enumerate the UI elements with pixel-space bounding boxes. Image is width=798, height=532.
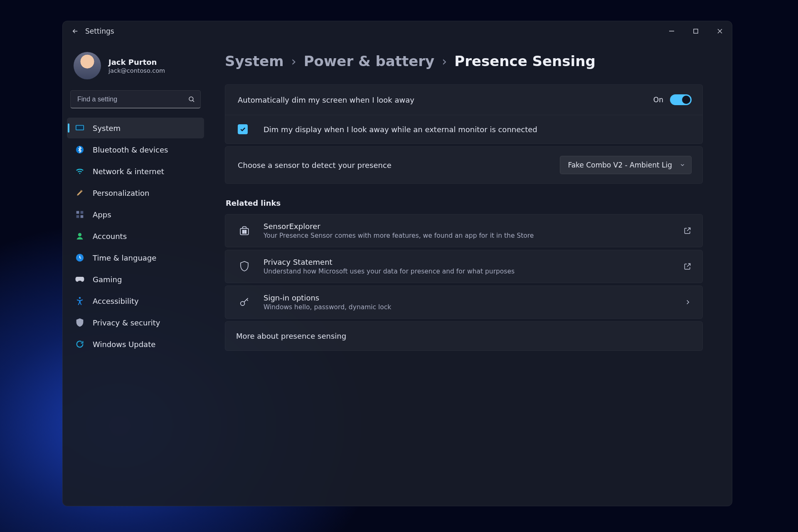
link-subtitle: Understand how Microsoft uses your data …	[264, 268, 672, 275]
sidebar-item-network[interactable]: Network & internet	[67, 161, 204, 182]
auto-dim-toggle[interactable]	[670, 94, 692, 105]
sidebar: Jack Purton jack@contoso.com	[63, 41, 208, 506]
sidebar-item-time-language[interactable]: Time & language	[67, 247, 204, 268]
person-icon	[74, 232, 85, 241]
auto-dim-row: Automatically dim my screen when I look …	[225, 85, 702, 115]
apps-icon	[74, 210, 85, 219]
update-icon	[74, 340, 85, 349]
sidebar-item-accessibility[interactable]: Accessibility	[67, 291, 204, 311]
search-icon	[188, 96, 195, 103]
link-privacy-statement[interactable]: Privacy Statement Understand how Microso…	[225, 250, 703, 283]
link-title: SensorExplorer	[264, 222, 672, 231]
dim-external-checkbox[interactable]	[238, 124, 248, 134]
minimize-button[interactable]	[660, 21, 684, 41]
link-sensor-explorer[interactable]: SensorExplorer Your Presence Sensor come…	[225, 214, 703, 247]
back-button[interactable]	[67, 23, 84, 39]
sidebar-item-label: Gaming	[93, 275, 122, 284]
more-about-label: More about presence sensing	[236, 332, 346, 340]
svg-point-18	[241, 301, 245, 305]
content-area: System › Power & battery › Presence Sens…	[208, 41, 732, 506]
sidebar-item-label: Accounts	[93, 232, 127, 241]
close-button[interactable]	[708, 21, 732, 41]
shield-outline-icon	[236, 261, 253, 272]
sidebar-item-gaming[interactable]: Gaming	[67, 269, 204, 290]
chevron-right-icon	[684, 298, 692, 306]
chevron-down-icon	[680, 162, 685, 168]
svg-rect-0	[669, 31, 674, 32]
svg-rect-4	[76, 126, 84, 130]
sensor-select-card: Choose a sensor to detect your presence …	[225, 146, 703, 184]
chevron-right-icon: ›	[291, 54, 296, 69]
key-icon	[236, 297, 253, 308]
window-title: Settings	[85, 27, 114, 35]
related-links-heading: Related links	[226, 199, 703, 207]
search-input[interactable]	[77, 96, 188, 103]
link-title: Sign-in options	[264, 293, 673, 302]
maximize-icon	[693, 29, 698, 34]
sidebar-item-personalization[interactable]: Personalization	[67, 182, 204, 203]
sidebar-item-apps[interactable]: Apps	[67, 204, 204, 225]
sidebar-item-label: Accessibility	[93, 297, 139, 305]
breadcrumb-system[interactable]: System	[225, 53, 284, 69]
sidebar-item-label: Apps	[93, 210, 111, 219]
close-icon	[717, 29, 722, 34]
link-subtitle: Windows hello, password, dynamic lock	[264, 303, 673, 311]
titlebar: Settings	[63, 21, 732, 41]
toggle-state-label: On	[653, 96, 663, 104]
breadcrumb-current: Presence Sensing	[454, 53, 596, 69]
svg-rect-9	[81, 215, 84, 218]
sidebar-item-label: System	[93, 124, 121, 133]
nav-list: System Bluetooth & devices Network & int…	[67, 118, 204, 355]
breadcrumb-power[interactable]: Power & battery	[304, 53, 435, 69]
sidebar-item-privacy[interactable]: Privacy & security	[67, 312, 204, 333]
profile-block[interactable]: Jack Purton jack@contoso.com	[67, 46, 204, 90]
link-more-about[interactable]: More about presence sensing	[225, 321, 703, 351]
sidebar-item-label: Privacy & security	[93, 318, 160, 327]
svg-point-10	[78, 233, 81, 236]
svg-rect-16	[243, 232, 244, 233]
auto-dim-label: Automatically dim my screen when I look …	[238, 96, 653, 104]
sidebar-item-windows-update[interactable]: Windows Update	[67, 334, 204, 355]
svg-rect-6	[76, 211, 79, 214]
bluetooth-icon	[74, 145, 85, 154]
svg-point-12	[79, 297, 81, 299]
minimize-icon	[669, 29, 674, 34]
svg-rect-1	[694, 29, 698, 33]
sensor-dropdown[interactable]: Fake Combo V2 - Ambient Lig	[560, 156, 692, 174]
open-external-icon	[683, 227, 692, 235]
sidebar-item-accounts[interactable]: Accounts	[67, 226, 204, 246]
link-title: Privacy Statement	[264, 258, 672, 266]
paintbrush-icon	[74, 188, 85, 197]
sidebar-item-label: Time & language	[93, 254, 156, 262]
sidebar-item-label: Personalization	[93, 189, 149, 197]
dim-external-row: Dim my display when I look away while an…	[225, 115, 702, 143]
avatar	[74, 52, 101, 79]
wifi-icon	[74, 167, 85, 175]
gamepad-icon	[74, 276, 85, 283]
svg-rect-14	[243, 230, 244, 232]
svg-rect-15	[245, 230, 246, 232]
search-box[interactable]	[70, 90, 201, 108]
user-name: Jack Purton	[108, 58, 165, 66]
user-email: jack@contoso.com	[108, 67, 165, 74]
sidebar-item-system[interactable]: System	[67, 118, 204, 138]
clock-icon	[74, 253, 85, 262]
settings-window: Settings Jack Purton jack@contoso.com	[62, 21, 732, 506]
link-signin-options[interactable]: Sign-in options Windows hello, password,…	[225, 286, 703, 319]
maximize-button[interactable]	[684, 21, 708, 41]
breadcrumb: System › Power & battery › Presence Sens…	[225, 53, 703, 69]
arrow-left-icon	[71, 27, 79, 35]
dim-external-label: Dim my display when I look away while an…	[264, 125, 537, 134]
link-subtitle: Your Presence Sensor comes with more fea…	[264, 232, 672, 239]
auto-dim-card: Automatically dim my screen when I look …	[225, 84, 703, 144]
sidebar-item-label: Bluetooth & devices	[93, 145, 168, 154]
sensor-dropdown-value: Fake Combo V2 - Ambient Lig	[568, 161, 672, 169]
open-external-icon	[683, 262, 692, 271]
check-icon	[239, 126, 246, 133]
sidebar-item-bluetooth[interactable]: Bluetooth & devices	[67, 139, 204, 160]
display-icon	[74, 124, 85, 132]
sensor-select-label: Choose a sensor to detect your presence	[238, 161, 560, 170]
svg-rect-8	[76, 215, 79, 218]
accessibility-icon	[74, 296, 85, 305]
sidebar-item-label: Windows Update	[93, 340, 155, 349]
